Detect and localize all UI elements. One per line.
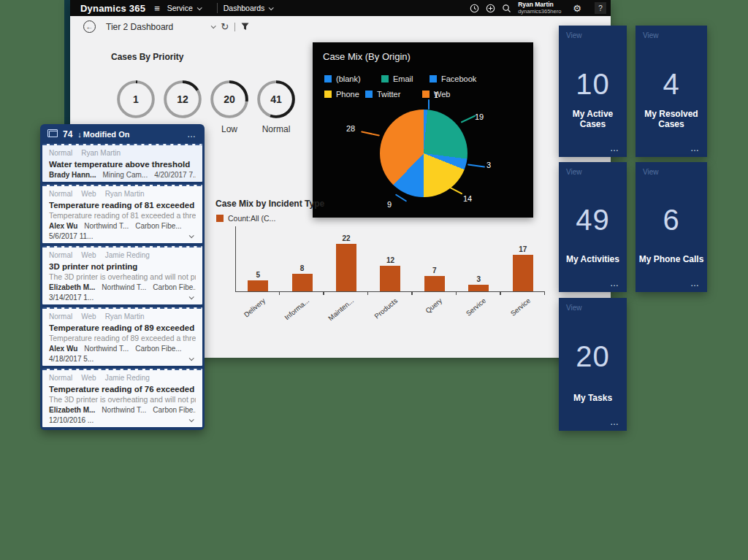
bar[interactable]: 8 (292, 274, 313, 291)
case-list-item[interactable]: Normal Web Jamie Reding 3D printer not p… (42, 246, 202, 304)
case-title: 3D printer not printing (49, 262, 196, 271)
case-list-header[interactable]: 74 ↓Modified On … (42, 124, 202, 144)
bar-value-label: 22 (342, 234, 350, 242)
view-link[interactable]: View (643, 168, 659, 176)
gauge-label: Low (210, 124, 249, 134)
bar[interactable]: 17 (513, 255, 533, 291)
pie-callout-line (449, 186, 463, 194)
tile-label: My Tasks (559, 393, 627, 403)
chevron-down-icon[interactable] (189, 233, 194, 238)
legend-swatch (381, 75, 389, 83)
chevron-down-icon[interactable] (189, 417, 194, 422)
sort-label: Modified On (83, 130, 130, 139)
bar[interactable]: 12 (380, 266, 400, 291)
case-description: The 3D printer is overheating and will n… (49, 272, 196, 281)
bar[interactable]: 5 (248, 280, 268, 291)
case-description: Temperature reading of 81 exceeded a thr… (49, 211, 196, 220)
nav-dashboards[interactable]: Dashboards (224, 4, 273, 12)
pie-data-label: 19 (475, 112, 484, 121)
gear-icon[interactable]: ⚙ (573, 3, 581, 14)
gauge-priority-1[interactable]: 1 (116, 80, 156, 119)
tile-my-tasks[interactable]: View 20 My Tasks … (559, 298, 627, 431)
chevron-down-icon[interactable] (189, 294, 194, 299)
view-link[interactable]: View (643, 31, 659, 39)
tile-my-resolved-cases[interactable]: View 4 My Resolved Cases … (636, 26, 707, 157)
gauge-priority-normal[interactable]: 41 (256, 80, 296, 119)
more-icon[interactable]: … (610, 143, 619, 153)
sort-descending-icon: ↓ (77, 130, 82, 139)
view-link[interactable]: View (566, 168, 582, 176)
chevron-down-icon[interactable] (211, 23, 216, 28)
case-meta: Alex Wu Northwind T... Carbon Fibe... (49, 345, 196, 353)
view-link[interactable]: View (566, 31, 582, 39)
nav-service[interactable]: Service (167, 4, 201, 12)
dashboard-title: Tier 2 Dashboard (106, 22, 173, 32)
recent-clock-icon[interactable] (470, 4, 479, 13)
more-icon[interactable]: … (690, 143, 700, 153)
case-list-item[interactable]: Normal Ryan Martin Water temperature abo… (42, 144, 202, 182)
bar-slot: 12Products (368, 226, 412, 291)
legend-swatch (430, 75, 437, 83)
tile-label: My Activities (559, 254, 627, 264)
case-list-item[interactable]: Normal Web Ryan Martin Temperature readi… (42, 307, 202, 366)
more-icon[interactable]: … (690, 278, 700, 288)
bar-chart[interactable]: 5Delivery 8Informa... 22Mainten... 12Pro… (235, 226, 545, 292)
bar[interactable]: 7 (424, 276, 445, 291)
tile-my-activities[interactable]: View 49 My Activities … (559, 162, 627, 292)
back-icon[interactable]: ← (83, 20, 96, 33)
pie-callout-line (395, 193, 407, 202)
bar-slot: 8Informa... (280, 226, 324, 291)
help-icon[interactable]: ? (595, 2, 606, 14)
modified-date: 4/18/2017 5... (49, 355, 94, 363)
refresh-icon[interactable]: ↻ (221, 21, 229, 32)
legend-label: Twitter (377, 90, 400, 99)
gauge-value: 20 (210, 80, 249, 119)
legend-swatch (365, 91, 373, 98)
tile-my-active-cases[interactable]: View 10 My Active Cases … (559, 26, 627, 157)
gauge-priority-low[interactable]: 20 (210, 80, 249, 119)
customer-name: Alex Wu (49, 345, 77, 353)
bar[interactable]: 3 (468, 285, 489, 291)
case-title: Temperature reading of 89 exceeded a thr… (49, 323, 196, 332)
legend-item: Facebook (430, 74, 492, 83)
bar-slot: 5Delivery (236, 226, 280, 291)
product-name: Carbon Fibe... (135, 222, 181, 230)
product-name: Carbon Fibe... (153, 406, 196, 414)
case-mix-origin-panel[interactable]: Case Mix (By Origin) (blank) Email Faceb… (313, 42, 533, 218)
sort-control[interactable]: ↓Modified On (77, 130, 129, 139)
view-link[interactable]: View (566, 304, 582, 312)
case-tags: Normal Ryan Martin (49, 149, 196, 157)
more-icon[interactable]: … (610, 278, 619, 288)
case-footer: 4/18/2017 5... (49, 355, 196, 363)
hamburger-icon[interactable]: ≡ (154, 3, 160, 14)
filter-icon[interactable] (241, 23, 249, 31)
bar[interactable]: 22 (336, 244, 356, 291)
tile-value: 49 (559, 204, 627, 237)
user-menu[interactable]: Ryan Martin dynamics365hero (518, 1, 561, 15)
legend-swatch (422, 91, 430, 98)
desktop-background: Dynamics 365 ≡ Service Dashboards Ryan M… (0, 0, 748, 560)
owner-tag: Jamie Reding (105, 251, 150, 259)
pie-data-label: 14 (463, 194, 472, 203)
chevron-down-icon[interactable] (189, 356, 194, 361)
more-icon[interactable]: … (187, 129, 196, 139)
gauge-priority-2[interactable]: 12 (163, 80, 202, 119)
tile-my-phone-calls[interactable]: View 6 My Phone Calls … (636, 162, 707, 292)
bar-category-label: Delivery (243, 296, 267, 318)
case-footer: 5/6/2017 11... (49, 232, 196, 240)
more-icon[interactable]: … (610, 417, 619, 427)
pie[interactable] (380, 110, 468, 197)
divider (234, 23, 235, 31)
customer-name: Alex Wu (49, 222, 77, 230)
legend-item: Phone (324, 90, 365, 99)
nav-service-label: Service (167, 4, 193, 12)
case-list-item[interactable]: Normal Web Jamie Reding Temperature read… (42, 369, 202, 427)
case-list-item[interactable]: Normal Web Ryan Martin Temperature readi… (42, 185, 202, 243)
case-title: Water temperature above threshold (49, 160, 196, 169)
search-icon[interactable] (502, 4, 511, 13)
case-count: 74 (63, 129, 72, 139)
app-brand[interactable]: Dynamics 365 (80, 3, 145, 14)
pie-data-label: 28 (346, 124, 355, 133)
create-plus-icon[interactable] (486, 4, 495, 13)
legend-item: Email (381, 74, 430, 83)
